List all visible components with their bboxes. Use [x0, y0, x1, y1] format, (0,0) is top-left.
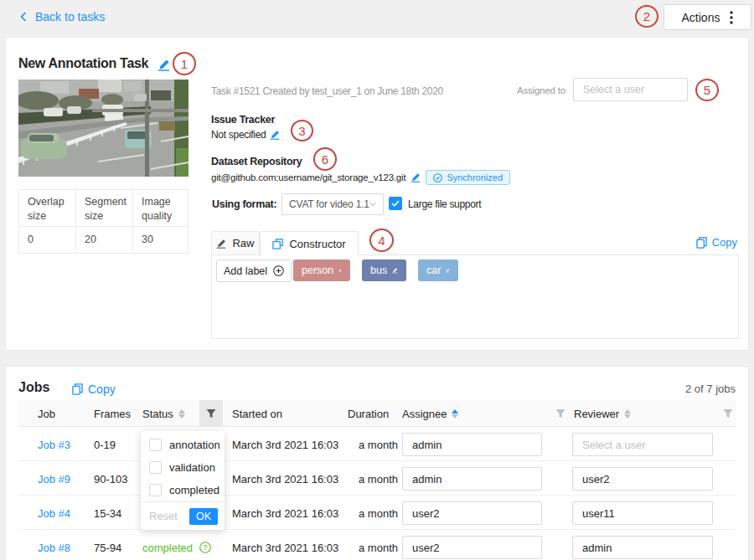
job-started: March 3rd 2021 16:03 — [232, 439, 338, 451]
task-parameters-table: Overlap size Segment size Image quality … — [18, 189, 188, 254]
annotation-circle-1: 1 — [173, 52, 196, 75]
filter-option-annotation[interactable]: annotation — [141, 431, 225, 451]
filter-assignee-button[interactable] — [555, 408, 566, 421]
job-frames: 75-94 — [94, 542, 121, 554]
edit-label-icon[interactable] — [446, 265, 450, 275]
checkbox[interactable] — [149, 461, 162, 474]
sort-status-icon[interactable] — [178, 409, 185, 419]
task-meta: Task #1521 Created by test_user_1 on Jun… — [211, 85, 443, 97]
question-circle-icon: ? — [199, 542, 211, 553]
assigned-to-input[interactable]: Select a user — [573, 78, 688, 101]
param-header-overlap: Overlap size — [19, 190, 76, 226]
jobs-copy-button[interactable]: Copy — [72, 383, 116, 396]
page: Back to tasks Actions 2 New Annotation T… — [0, 0, 754, 560]
sort-assignee-icon[interactable] — [452, 409, 458, 419]
more-vertical-icon — [730, 11, 733, 24]
checkbox[interactable] — [149, 484, 162, 496]
annotation-circle-5: 5 — [695, 79, 719, 101]
job-duration: a month — [359, 507, 398, 520]
block-icon — [272, 239, 283, 249]
jobs-title: Jobs — [18, 380, 49, 395]
assignee-input[interactable]: admin — [402, 433, 542, 456]
reviewer-input[interactable]: user2 — [572, 467, 713, 491]
job-link[interactable]: Job #9 — [38, 473, 70, 486]
job-link[interactable]: Job #3 — [38, 439, 70, 451]
job-duration: a month — [359, 473, 398, 486]
reviewer-input[interactable]: Select a user — [572, 433, 713, 456]
filter-status-button[interactable] — [199, 400, 223, 427]
filter-option-completed[interactable]: completed — [141, 474, 225, 496]
job-duration: a month — [359, 439, 398, 451]
labels-editor: Raw Constructor Copy Add label — [211, 231, 739, 339]
col-job[interactable]: Job — [38, 400, 55, 427]
job-link[interactable]: Job #8 — [38, 542, 70, 554]
param-value-quality: 30 — [133, 227, 188, 253]
using-format-label: Using format: — [212, 198, 276, 210]
actions-label: Actions — [682, 11, 720, 24]
annotation-circle-2: 2 — [635, 5, 658, 28]
checkbox[interactable] — [149, 439, 162, 451]
issue-tracker-label: Issue Tracker — [211, 114, 275, 126]
col-started[interactable]: Started on — [232, 400, 282, 427]
back-to-tasks-link[interactable]: Back to tasks — [18, 10, 105, 23]
sort-reviewer-icon[interactable] — [624, 409, 631, 419]
col-duration[interactable]: Duration — [348, 400, 389, 427]
annotation-circle-3: 3 — [291, 120, 313, 141]
assigned-to-label: Assigned to — [517, 85, 566, 95]
copy-icon — [72, 383, 83, 395]
labels-copy-button[interactable]: Copy — [696, 236, 737, 249]
reviewer-input[interactable]: user11 — [572, 501, 713, 525]
actions-button[interactable]: Actions — [664, 4, 751, 30]
back-to-tasks-label: Back to tasks — [35, 10, 105, 23]
job-started: March 3rd 2021 16:03 — [232, 542, 338, 554]
assignee-input[interactable]: user2 — [402, 501, 542, 525]
dataset-repository-value: git@github.com:username/git_storage_v123… — [211, 172, 405, 182]
job-frames: 0-19 — [94, 439, 116, 451]
edit-repository-icon[interactable] — [411, 172, 421, 182]
format-select[interactable]: CVAT for video 1.1 — [281, 193, 384, 215]
edit-label-icon[interactable] — [338, 265, 342, 275]
edit-label-icon[interactable] — [392, 265, 398, 275]
filter-icon — [555, 408, 566, 419]
reviewer-input[interactable]: admin — [572, 536, 713, 559]
param-value-overlap: 0 — [19, 227, 76, 253]
filter-ok-button[interactable]: OK — [189, 508, 218, 525]
label-chip-person[interactable]: person — [293, 259, 350, 281]
tab-raw[interactable]: Raw — [211, 231, 260, 255]
assignee-input[interactable]: user2 — [402, 536, 542, 559]
filter-option-validation[interactable]: validation — [141, 451, 225, 474]
filter-reviewer-button[interactable] — [723, 408, 733, 421]
col-assignee[interactable]: Assignee — [402, 400, 458, 427]
param-header-quality: Image quality — [133, 190, 188, 226]
label-chip-bus[interactable]: bus — [362, 259, 406, 281]
job-frames: 15-34 — [94, 507, 121, 520]
jobs-table-header: Job Frames Status Started on Duration As… — [18, 400, 736, 427]
task-preview-image — [18, 80, 188, 177]
assignee-input[interactable]: admin — [402, 467, 542, 491]
plus-circle-icon — [273, 265, 284, 276]
param-header-segment: Segment size — [76, 190, 133, 226]
tab-constructor[interactable]: Constructor — [260, 231, 359, 256]
chevron-down-icon — [369, 202, 376, 207]
job-frames: 90-103 — [94, 473, 127, 486]
label-chip-car[interactable]: car — [418, 259, 458, 281]
dataset-repository-label: Dataset Repository — [211, 156, 302, 167]
job-row: Job #8 75-94 completed ? March 3rd 2021 … — [18, 531, 736, 560]
filter-reset-button[interactable]: Reset — [149, 510, 178, 522]
param-value-segment: 20 — [76, 227, 133, 253]
large-file-support-checkbox[interactable] — [389, 197, 402, 210]
annotation-circle-4: 4 — [369, 229, 394, 252]
col-frames[interactable]: Frames — [94, 400, 131, 427]
edit-title-icon[interactable] — [158, 59, 170, 71]
edit-issue-tracker-icon[interactable] — [270, 130, 280, 140]
job-link[interactable]: Job #4 — [38, 507, 70, 520]
copy-icon — [696, 237, 707, 249]
add-label-button[interactable]: Add label — [216, 259, 292, 282]
col-reviewer[interactable]: Reviewer — [574, 400, 631, 427]
col-status[interactable]: Status — [142, 400, 185, 427]
task-title: New Annotation Task — [18, 56, 148, 71]
job-row: Job #3 0-19 March 3rd 2021 16:03 a month… — [18, 428, 736, 461]
issue-tracker-value: Not specified — [211, 129, 266, 141]
pencil-icon — [216, 239, 226, 249]
large-file-support-label: Large file support — [408, 198, 481, 210]
